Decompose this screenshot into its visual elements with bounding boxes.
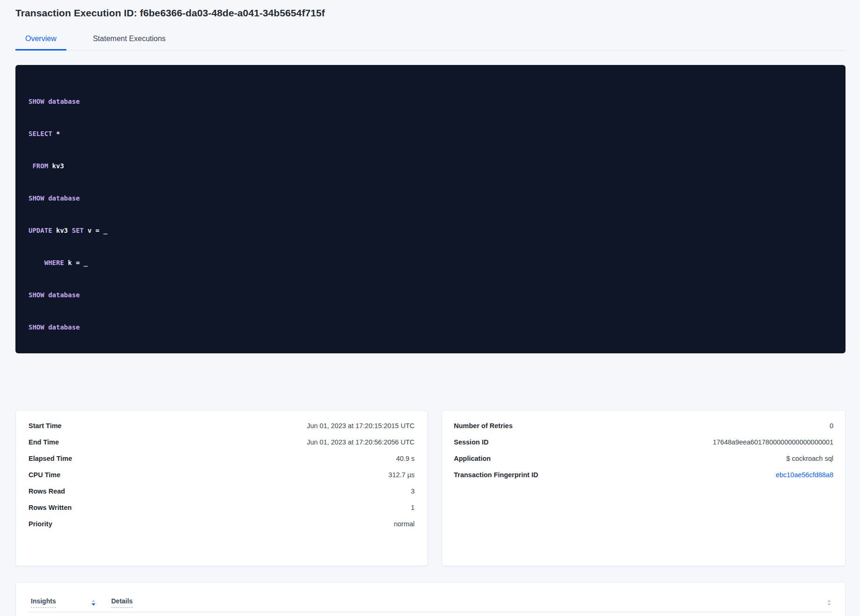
timing-summary-card: Start Time Jun 01, 2023 at 17:20:15:2015… [15,410,428,566]
kv-value: normal [394,520,415,528]
sql-line: FROM kv3 [29,161,832,172]
sql-token: SHOW database [29,291,80,299]
insights-table-card: Insights Details High Contention Time Sp… [15,582,846,616]
kv-row-elapsed-time: Elapsed Time 40.9 s [29,455,415,471]
kv-value: Jun 01, 2023 at 17:20:56:2056 UTC [307,438,415,446]
kv-row-transaction-fingerprint-id: Transaction Fingerprint ID ebc10ae56cfd8… [454,471,833,487]
sql-token: * [52,130,60,137]
insights-column-header: Insights [31,597,111,608]
sort-icon[interactable] [827,600,831,606]
sql-line: SHOW database [29,290,832,301]
sql-token [29,259,44,266]
sql-token: kv3 [52,227,72,234]
insights-column-label[interactable]: Insights [31,597,56,608]
kv-value: $ cockroach sql [786,455,833,462]
sql-token: SET [72,227,84,234]
kv-value: 40.9 s [396,455,415,462]
sql-token: FROM [32,162,48,170]
sql-line: SHOW database [29,96,832,107]
kv-row-application: Application $ cockroach sql [454,455,833,471]
sql-line: SHOW database [29,193,832,204]
sql-token: SHOW database [29,194,80,202]
summary-cards-row: Start Time Jun 01, 2023 at 17:20:15:2015… [15,410,846,566]
kv-row-session-id: Session ID 17648a9eea6017800000000000000… [454,438,833,455]
kv-value: 0 [830,422,833,430]
sql-token: kv3 [48,162,64,170]
sql-line: WHERE k = _ [29,258,832,268]
kv-label: Priority [29,520,52,528]
sql-token: UPDATE [29,227,52,234]
sort-icon[interactable] [92,600,95,606]
kv-row-end-time: End Time Jun 01, 2023 at 17:20:56:2056 U… [29,438,415,455]
kv-label: Rows Written [29,504,72,511]
sql-token: WHERE [44,259,64,266]
kv-value: 17648a9eea6017800000000000000001 [713,438,833,446]
kv-row-rows-written: Rows Written 1 [29,504,415,520]
sort-up-arrow-icon [92,600,95,602]
kv-value: Jun 01, 2023 at 17:20:15:2015 UTC [307,422,415,430]
kv-label: Elapsed Time [29,455,72,462]
kv-row-number-of-retries: Number of Retries 0 [454,422,833,438]
kv-label: Number of Retries [454,422,513,430]
tab-bar: Overview Statement Executions [15,30,846,51]
sql-line: UPDATE kv3 SET v = _ [29,225,832,236]
transaction-fingerprint-link[interactable]: ebc10ae56cfd88a8 [776,471,833,479]
sort-down-arrow-icon [92,603,95,606]
kv-row-rows-read: Rows Read 3 [29,487,415,504]
kv-row-start-time: Start Time Jun 01, 2023 at 17:20:15:2015… [29,422,415,438]
kv-label: CPU Time [29,471,60,479]
kv-label: Rows Read [29,487,65,495]
details-column-header: Details [111,597,831,608]
kv-label: Application [454,455,491,462]
sql-line: SELECT * [29,129,832,139]
kv-value: 3 [411,487,415,495]
kv-value: 312.7 µs [388,471,415,479]
sql-line: SHOW database [29,322,832,333]
kv-value: 1 [411,504,415,511]
tab-overview[interactable]: Overview [15,30,66,50]
details-column-label[interactable]: Details [111,597,133,608]
sql-token: v = _ [84,227,108,234]
insights-table-header: Insights Details [16,583,845,612]
sql-token: k = _ [64,259,88,266]
kv-label: Session ID [454,438,488,446]
kv-label: Transaction Fingerprint ID [454,471,538,479]
sql-token: SHOW database [29,98,80,105]
sort-down-arrow-icon [827,603,831,606]
tab-statement-executions[interactable]: Statement Executions [83,30,176,50]
sort-up-arrow-icon [827,600,831,602]
session-summary-card: Number of Retries 0 Session ID 17648a9ee… [442,410,846,566]
insight-row: High Contention Time Spent Waiting: 34.4… [16,612,845,616]
sql-token: SHOW database [29,323,80,331]
kv-label: Start Time [29,422,62,430]
kv-label: End Time [29,438,59,446]
kv-row-cpu-time: CPU Time 312.7 µs [29,471,415,487]
kv-row-priority: Priority normal [29,520,415,537]
page-title: Transaction Execution ID: f6be6366-da03-… [15,7,846,19]
sql-statement-box: SHOW database SELECT * FROM kv3 SHOW dat… [15,65,846,353]
sql-token: SELECT [29,130,52,137]
